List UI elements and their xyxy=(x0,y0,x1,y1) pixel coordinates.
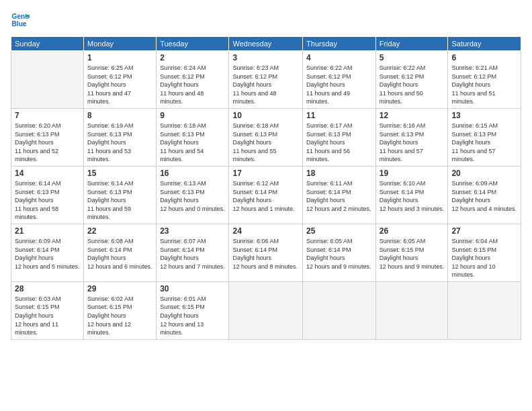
weekday-header-saturday: Saturday xyxy=(448,37,521,51)
weekday-header-wednesday: Wednesday xyxy=(229,37,303,51)
calendar-cell xyxy=(448,281,521,339)
week-row-2: 14Sunrise: 6:14 AMSunset: 6:13 PMDayligh… xyxy=(11,166,521,224)
day-number: 23 xyxy=(160,226,225,236)
calendar-cell: 12Sunrise: 6:16 AMSunset: 6:13 PMDayligh… xyxy=(375,108,448,166)
day-number: 25 xyxy=(306,226,372,236)
day-info: Sunrise: 6:08 AMSunset: 6:14 PMDaylight … xyxy=(87,237,152,271)
day-number: 9 xyxy=(160,111,225,120)
day-number: 26 xyxy=(380,226,445,236)
day-number: 14 xyxy=(15,169,80,178)
weekday-header-sunday: Sunday xyxy=(11,37,84,51)
day-number: 17 xyxy=(232,169,299,178)
page: General Blue SundayMondayTuesdayWednesda… xyxy=(0,0,532,411)
day-info: Sunrise: 6:22 AMSunset: 6:12 PMDaylight … xyxy=(380,64,445,106)
day-info: Sunrise: 6:18 AMSunset: 6:13 PMDaylight … xyxy=(232,122,299,164)
calendar-cell xyxy=(11,51,84,109)
day-info: Sunrise: 6:21 AMSunset: 6:12 PMDaylight … xyxy=(451,64,517,106)
calendar-cell: 2Sunrise: 6:24 AMSunset: 6:12 PMDaylight… xyxy=(157,51,229,109)
calendar-cell: 10Sunrise: 6:18 AMSunset: 6:13 PMDayligh… xyxy=(229,108,303,166)
day-info: Sunrise: 6:16 AMSunset: 6:13 PMDaylight … xyxy=(380,122,445,164)
calendar-cell: 18Sunrise: 6:11 AMSunset: 6:14 PMDayligh… xyxy=(303,166,376,224)
calendar-cell: 15Sunrise: 6:14 AMSunset: 6:13 PMDayligh… xyxy=(83,166,156,224)
day-number: 8 xyxy=(87,111,152,120)
calendar-cell: 5Sunrise: 6:22 AMSunset: 6:12 PMDaylight… xyxy=(375,51,448,109)
day-info: Sunrise: 6:22 AMSunset: 6:12 PMDaylight … xyxy=(306,64,372,106)
calendar-cell: 9Sunrise: 6:18 AMSunset: 6:13 PMDaylight… xyxy=(157,108,229,166)
day-info: Sunrise: 6:09 AMSunset: 6:14 PMDaylight … xyxy=(451,179,517,213)
day-info: Sunrise: 6:24 AMSunset: 6:12 PMDaylight … xyxy=(160,64,225,106)
day-info: Sunrise: 6:12 AMSunset: 6:14 PMDaylight … xyxy=(232,179,299,213)
calendar-cell: 7Sunrise: 6:20 AMSunset: 6:13 PMDaylight… xyxy=(11,108,84,166)
day-info: Sunrise: 6:06 AMSunset: 6:14 PMDaylight … xyxy=(232,237,299,271)
day-info: Sunrise: 6:17 AMSunset: 6:13 PMDaylight … xyxy=(306,122,372,164)
calendar-cell: 27Sunrise: 6:04 AMSunset: 6:15 PMDayligh… xyxy=(448,224,521,281)
day-number: 13 xyxy=(451,111,517,120)
day-info: Sunrise: 6:19 AMSunset: 6:13 PMDaylight … xyxy=(87,122,152,164)
header: General Blue xyxy=(11,11,521,30)
day-number: 24 xyxy=(232,226,299,236)
svg-text:General: General xyxy=(12,13,30,20)
day-info: Sunrise: 6:10 AMSunset: 6:14 PMDaylight … xyxy=(380,179,445,213)
calendar-cell xyxy=(229,281,303,339)
day-info: Sunrise: 6:07 AMSunset: 6:14 PMDaylight … xyxy=(160,237,225,271)
day-number: 19 xyxy=(380,169,445,178)
day-number: 6 xyxy=(451,53,517,62)
day-number: 27 xyxy=(451,226,517,236)
day-info: Sunrise: 6:01 AMSunset: 6:15 PMDaylight … xyxy=(160,295,225,337)
day-info: Sunrise: 6:14 AMSunset: 6:13 PMDaylight … xyxy=(15,179,80,222)
weekday-header-monday: Monday xyxy=(83,37,156,51)
weekday-header-friday: Friday xyxy=(375,37,448,51)
day-number: 20 xyxy=(451,169,517,178)
day-info: Sunrise: 6:20 AMSunset: 6:13 PMDaylight … xyxy=(15,122,80,164)
logo: General Blue xyxy=(11,11,32,30)
day-number: 28 xyxy=(15,284,80,293)
calendar-cell: 29Sunrise: 6:02 AMSunset: 6:15 PMDayligh… xyxy=(83,281,156,339)
day-info: Sunrise: 6:03 AMSunset: 6:15 PMDaylight … xyxy=(15,295,80,337)
day-number: 21 xyxy=(15,226,80,236)
calendar-cell: 13Sunrise: 6:15 AMSunset: 6:13 PMDayligh… xyxy=(448,108,521,166)
weekday-header-row: SundayMondayTuesdayWednesdayThursdayFrid… xyxy=(11,37,521,51)
day-info: Sunrise: 6:13 AMSunset: 6:13 PMDaylight … xyxy=(160,179,225,213)
calendar-cell: 16Sunrise: 6:13 AMSunset: 6:13 PMDayligh… xyxy=(157,166,229,224)
day-number: 12 xyxy=(380,111,445,120)
week-row-1: 7Sunrise: 6:20 AMSunset: 6:13 PMDaylight… xyxy=(11,108,521,166)
calendar-cell: 17Sunrise: 6:12 AMSunset: 6:14 PMDayligh… xyxy=(229,166,303,224)
calendar-cell: 21Sunrise: 6:09 AMSunset: 6:14 PMDayligh… xyxy=(11,224,84,281)
calendar-cell xyxy=(303,281,376,339)
calendar-cell: 23Sunrise: 6:07 AMSunset: 6:14 PMDayligh… xyxy=(157,224,229,281)
day-number: 4 xyxy=(306,53,372,62)
weekday-header-tuesday: Tuesday xyxy=(157,37,229,51)
day-number: 16 xyxy=(160,169,225,178)
calendar-cell: 24Sunrise: 6:06 AMSunset: 6:14 PMDayligh… xyxy=(229,224,303,281)
calendar-cell: 19Sunrise: 6:10 AMSunset: 6:14 PMDayligh… xyxy=(375,166,448,224)
calendar-cell: 30Sunrise: 6:01 AMSunset: 6:15 PMDayligh… xyxy=(157,281,229,339)
day-number: 11 xyxy=(306,111,372,120)
day-info: Sunrise: 6:09 AMSunset: 6:14 PMDaylight … xyxy=(15,237,80,271)
calendar-cell xyxy=(375,281,448,339)
day-info: Sunrise: 6:05 AMSunset: 6:15 PMDaylight … xyxy=(380,237,445,271)
calendar-cell: 1Sunrise: 6:25 AMSunset: 6:12 PMDaylight… xyxy=(83,51,156,109)
day-info: Sunrise: 6:14 AMSunset: 6:13 PMDaylight … xyxy=(87,179,152,222)
day-number: 10 xyxy=(232,111,299,120)
calendar-table: SundayMondayTuesdayWednesdayThursdayFrid… xyxy=(11,36,521,340)
calendar-cell: 22Sunrise: 6:08 AMSunset: 6:14 PMDayligh… xyxy=(83,224,156,281)
day-number: 5 xyxy=(380,53,445,62)
calendar-cell: 8Sunrise: 6:19 AMSunset: 6:13 PMDaylight… xyxy=(83,108,156,166)
day-number: 22 xyxy=(87,226,152,236)
day-number: 18 xyxy=(306,169,372,178)
svg-text:Blue: Blue xyxy=(12,20,27,28)
day-number: 1 xyxy=(87,53,152,62)
day-info: Sunrise: 6:05 AMSunset: 6:14 PMDaylight … xyxy=(306,237,372,271)
calendar-cell: 14Sunrise: 6:14 AMSunset: 6:13 PMDayligh… xyxy=(11,166,84,224)
day-number: 7 xyxy=(15,111,80,120)
day-info: Sunrise: 6:18 AMSunset: 6:13 PMDaylight … xyxy=(160,122,225,164)
calendar-cell: 25Sunrise: 6:05 AMSunset: 6:14 PMDayligh… xyxy=(303,224,376,281)
day-number: 30 xyxy=(160,284,225,293)
weekday-header-thursday: Thursday xyxy=(303,37,376,51)
day-info: Sunrise: 6:04 AMSunset: 6:15 PMDaylight … xyxy=(451,237,517,279)
calendar-cell: 20Sunrise: 6:09 AMSunset: 6:14 PMDayligh… xyxy=(448,166,521,224)
day-info: Sunrise: 6:02 AMSunset: 6:15 PMDaylight … xyxy=(87,295,152,337)
calendar-cell: 4Sunrise: 6:22 AMSunset: 6:12 PMDaylight… xyxy=(303,51,376,109)
day-info: Sunrise: 6:11 AMSunset: 6:14 PMDaylight … xyxy=(306,179,372,213)
week-row-0: 1Sunrise: 6:25 AMSunset: 6:12 PMDaylight… xyxy=(11,51,521,109)
